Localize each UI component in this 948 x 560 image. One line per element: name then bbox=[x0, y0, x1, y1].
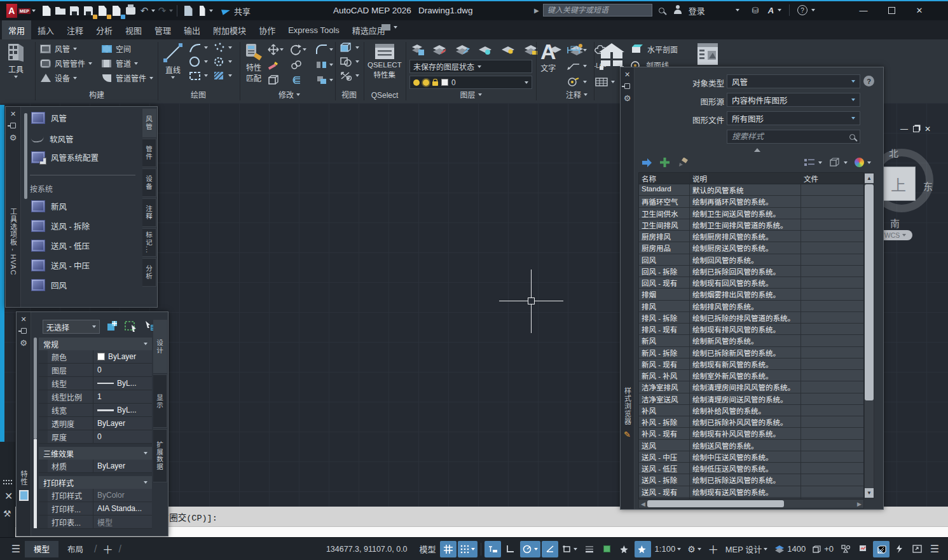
share-button[interactable]: 共享 bbox=[222, 5, 251, 17]
qat-customize-caret-icon[interactable] bbox=[209, 10, 213, 12]
general-section-header[interactable]: 常规 bbox=[39, 338, 152, 350]
maximize-button[interactable] bbox=[883, 3, 900, 17]
style-row[interactable]: Standard默认的风管系统 bbox=[639, 184, 863, 196]
style-row[interactable]: 厨房排风绘制厨房排风管的系统。 bbox=[639, 231, 863, 242]
minimize-button[interactable]: — bbox=[855, 3, 872, 17]
property-row-plotstyle[interactable]: 打印样式ByColor bbox=[39, 489, 152, 502]
duct-button[interactable]: 风管 bbox=[39, 41, 92, 56]
annotate-panel-label[interactable]: 注释 bbox=[548, 89, 605, 100]
properties-scroll-track[interactable] bbox=[34, 439, 37, 528]
equipment-button[interactable]: 设备 bbox=[39, 71, 92, 85]
style-row[interactable]: 送风 - 中压绘制中压送风管的系统。 bbox=[639, 451, 863, 463]
viewcube-up-face[interactable]: 上 bbox=[881, 167, 916, 201]
z-offset-button[interactable]: +0 bbox=[809, 541, 836, 557]
style-row[interactable]: 排烟绘制烟雾排出风管的系统。 bbox=[639, 289, 863, 300]
performance-button[interactable] bbox=[891, 541, 907, 557]
a-caret-icon[interactable] bbox=[778, 9, 781, 11]
ribbon-tab[interactable]: Express Tools bbox=[282, 20, 346, 39]
current-layer-dropdown[interactable]: 0 bbox=[409, 76, 532, 89]
style-row[interactable]: 回风 - 现有绘制现有回风管的系统。 bbox=[639, 277, 863, 289]
layout-tab[interactable]: 布局 bbox=[58, 541, 92, 557]
viewcube-east[interactable]: 东 bbox=[923, 179, 933, 193]
ribbon-tab[interactable]: 输出 bbox=[177, 20, 207, 39]
clean-screen-button[interactable] bbox=[909, 541, 925, 557]
redo-button[interactable]: ↷ bbox=[155, 4, 169, 18]
help-search-input[interactable] bbox=[543, 4, 652, 17]
viewcube-north[interactable]: 北 bbox=[889, 146, 898, 160]
pipe-button[interactable]: 管道 bbox=[100, 56, 153, 71]
style-table-vscrollbar[interactable]: ▲ ▼ bbox=[864, 172, 874, 499]
add-style-icon[interactable] bbox=[660, 158, 670, 167]
layer-freeze-icon[interactable] bbox=[477, 43, 493, 56]
stretch-button[interactable] bbox=[315, 59, 342, 71]
scale-settings-button[interactable]: ⚙ bbox=[685, 541, 704, 557]
revision-cloud-button[interactable] bbox=[212, 56, 232, 67]
point-cloud-button[interactable] bbox=[212, 42, 232, 53]
style-edit-pencil-icon[interactable]: ✎ bbox=[624, 430, 631, 439]
properties-tab[interactable]: 扩展数据 bbox=[153, 429, 167, 482]
color-wheel-icon[interactable] bbox=[855, 158, 864, 167]
property-row-plottable[interactable]: 打印样...AIA Standa... bbox=[39, 502, 152, 516]
modify-panel-label[interactable]: 修改 bbox=[254, 89, 324, 100]
style-row[interactable]: 新风 - 现有绘制现有新风管的系统。 bbox=[639, 359, 863, 370]
annotation-marker-button[interactable] bbox=[566, 77, 594, 87]
style-row[interactable]: 回风绘制回风管的系统。 bbox=[639, 254, 863, 266]
style-help-icon[interactable]: ? bbox=[863, 76, 874, 86]
tool-palette-tab[interactable]: 标记... bbox=[142, 228, 156, 257]
object-snap-toggle[interactable] bbox=[599, 541, 615, 557]
layer-off-icon[interactable] bbox=[431, 43, 448, 56]
dimension-button[interactable] bbox=[566, 45, 594, 55]
lineweight-toggle[interactable] bbox=[581, 541, 598, 557]
layer-lock-icon[interactable] bbox=[523, 43, 539, 56]
text-button[interactable]: A 文字 bbox=[540, 42, 556, 73]
style-row[interactable]: 排风绘制排风管的系统。 bbox=[639, 301, 863, 312]
style-row[interactable]: 新风绘制新风管的系统。 bbox=[639, 335, 863, 346]
tool-palette-titlebar[interactable]: ✕ ⚙ 工具选项板 - HVAC bbox=[6, 107, 21, 307]
style-row[interactable]: 洁净室排风绘制清理房间排风风管的系统。 bbox=[639, 381, 863, 393]
hardware-acceleration-button[interactable] bbox=[873, 541, 890, 557]
layers-panel-label[interactable]: 图层 bbox=[409, 89, 532, 100]
copy-button[interactable] bbox=[290, 59, 315, 71]
tool-palette-close-icon[interactable]: ✕ bbox=[9, 110, 17, 118]
style-row[interactable]: 补风绘制补给风管的系统。 bbox=[639, 405, 863, 416]
autoscale-toggle[interactable] bbox=[635, 541, 651, 557]
select-objects-icon[interactable] bbox=[124, 320, 138, 332]
annotation-scale-button[interactable]: 1:100 bbox=[652, 541, 684, 557]
model-tab[interactable]: 模型 bbox=[25, 541, 58, 557]
property-row-layer[interactable]: 图层0 bbox=[39, 364, 152, 377]
polar-tracking-toggle[interactable] bbox=[520, 541, 540, 557]
properties-titlebar[interactable]: ✕ ⚙ 特性 bbox=[17, 312, 31, 536]
tool-system-item[interactable]: 回风 bbox=[31, 278, 90, 292]
style-browser-pin-icon[interactable] bbox=[624, 83, 630, 89]
column-description[interactable]: 说明 bbox=[690, 173, 801, 184]
style-row[interactable]: 排风 - 现有绘制现有排风风管的系统。 bbox=[639, 324, 863, 335]
properties-tab[interactable]: 设计 bbox=[153, 320, 167, 373]
ribbon-tab[interactable]: 注释 bbox=[60, 20, 90, 39]
tool-palette-scrollbar[interactable] bbox=[24, 113, 27, 199]
grid-toggle[interactable] bbox=[440, 541, 457, 557]
rotate-button[interactable] bbox=[290, 44, 315, 55]
effects-section-header[interactable]: 三维效果 bbox=[39, 447, 152, 460]
tool-palette-tab[interactable]: 注释 bbox=[142, 198, 156, 227]
tool-system-item[interactable]: 送风 - 拆除 bbox=[31, 219, 90, 233]
scroll-left-icon[interactable]: ◀ bbox=[639, 501, 647, 507]
tool-palette-tab[interactable]: 管件 bbox=[142, 139, 156, 167]
customization-menu-icon[interactable]: ☰ bbox=[926, 541, 943, 557]
style-row[interactable]: 洁净室送风绘制清理房间送风管的系统。 bbox=[639, 393, 863, 405]
tool-system-item[interactable]: 送风 - 低压 bbox=[31, 238, 90, 252]
ribbon-tab[interactable]: 协作 bbox=[252, 20, 282, 39]
model-space-toggle[interactable]: 模型 bbox=[417, 541, 439, 557]
style-row[interactable]: 补风 - 拆除绘制已拆除补风风管的系统。 bbox=[639, 416, 863, 428]
array-button[interactable] bbox=[315, 74, 342, 86]
annotation-visibility-toggle[interactable] bbox=[617, 541, 633, 557]
layer-properties-icon[interactable] bbox=[409, 43, 425, 56]
qselect-button[interactable]: QSELECT 特性集 bbox=[368, 43, 402, 79]
circle-button[interactable] bbox=[188, 56, 208, 67]
arc-button[interactable] bbox=[188, 42, 208, 53]
property-row-lineweight[interactable]: 线宽ByL... bbox=[39, 404, 152, 417]
sign-in-caret-icon[interactable] bbox=[736, 9, 739, 11]
ribbon-tab[interactable]: 附加模块 bbox=[207, 20, 252, 39]
app-store-cart-icon[interactable]: ⛁ bbox=[752, 6, 759, 15]
style-row[interactable]: 回风 - 拆除绘制已拆除回风管的系统。 bbox=[639, 266, 863, 277]
ribbon-tab[interactable]: 常用 bbox=[2, 20, 31, 39]
